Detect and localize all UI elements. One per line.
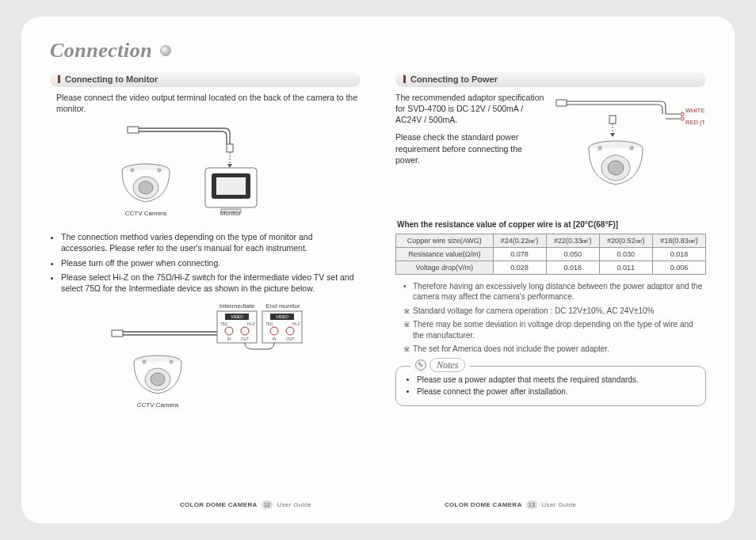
- footer-left: COLOR DOME CAMERA 12 User Guide: [180, 500, 311, 509]
- svg-marker-42: [610, 133, 615, 137]
- page-title-row: Connection: [50, 39, 706, 63]
- svg-text:OUT: OUT: [241, 337, 250, 341]
- svg-text:IN: IN: [227, 337, 231, 341]
- wire-resistance-table: Copper wire size(AWG) #24(0.22㎟) #22(0.3…: [395, 234, 706, 275]
- notes-label-text: Notes: [430, 358, 465, 372]
- heading-monitor-text: Connecting to Monitor: [65, 74, 158, 84]
- notes-box: ✎ Notes Please use a power adapter that …: [395, 366, 706, 406]
- title-bullet-icon: [160, 45, 171, 56]
- svg-point-34: [151, 373, 165, 386]
- cell: 0.028: [493, 260, 546, 274]
- footer-guide-left: User Guide: [277, 501, 311, 508]
- svg-text:75Ω: 75Ω: [265, 321, 273, 326]
- section-heading-power: Connecting to Power: [395, 72, 706, 87]
- svg-text:75Ω: 75Ω: [220, 321, 228, 326]
- svg-text:OUT: OUT: [286, 337, 295, 341]
- table-row: Voltage drop(V/m) 0.028 0.018 0.011 0.00…: [396, 260, 706, 274]
- star-note-1: Standard voltage for camera operation : …: [403, 306, 706, 317]
- heading-accent-icon: [58, 75, 60, 83]
- svg-rect-13: [112, 330, 123, 337]
- fig2-camera-label: CCTV Camera: [137, 401, 179, 409]
- notes-label: ✎ Notes: [410, 358, 470, 372]
- post-table-bullet: Therefore having an excessively long dis…: [403, 281, 706, 302]
- footer-product-right: COLOR DOME CAMERA: [445, 501, 522, 508]
- fig1-camera-label: CCTV Camera: [125, 210, 167, 217]
- svg-point-39: [681, 117, 684, 120]
- fig1-monitor-label: Monitor: [220, 210, 242, 217]
- svg-rect-37: [556, 100, 567, 106]
- th-awg: Copper wire size(AWG): [396, 234, 494, 247]
- page-title: Connection: [50, 39, 152, 63]
- notes-item-2: Please connect the power after installat…: [417, 386, 696, 397]
- notes-icon: ✎: [415, 359, 426, 371]
- svg-point-35: [143, 360, 146, 363]
- svg-point-46: [598, 146, 601, 150]
- cell: 0.078: [493, 247, 546, 260]
- heading-power-text: Connecting to Power: [410, 74, 498, 84]
- svg-text:IN: IN: [273, 337, 277, 341]
- page-number-right: 13: [526, 500, 537, 509]
- row-resistance-label: Resistance value(Ω/m): [396, 247, 494, 260]
- svg-text:VIDEO: VIDEO: [276, 314, 288, 319]
- power-intro-2: Please check the standard power requirem…: [395, 131, 548, 165]
- content-columns: Connecting to Monitor Please connect the…: [50, 72, 706, 508]
- row-voltage-label: Voltage drop(V/m): [396, 260, 494, 274]
- svg-point-6: [139, 181, 153, 194]
- th-20: #20(0.52㎟): [599, 234, 652, 247]
- monitor-bullet-list: The connection method varies depending o…: [61, 231, 361, 294]
- table-row: Resistance value(Ω/m) 0.078 0.050 0.030 …: [396, 247, 706, 260]
- left-column: Connecting to Monitor Please connect the…: [50, 72, 361, 508]
- svg-text:Hi-Z: Hi-Z: [247, 321, 254, 326]
- svg-point-17: [225, 327, 233, 335]
- figure-camera-to-intermediate: Intermediate End monitor VIDEO 75Ω H: [50, 300, 361, 419]
- svg-point-8: [158, 169, 161, 172]
- th-24: #24(0.22㎟): [493, 234, 546, 247]
- svg-text:VIDEO: VIDEO: [231, 314, 243, 319]
- cell: 0.050: [546, 247, 599, 260]
- footer-right: COLOR DOME CAMERA 13 User Guide: [445, 500, 576, 509]
- cell: 0.006: [652, 260, 705, 274]
- monitor-bullet-1: The connection method varies depending o…: [61, 231, 361, 253]
- svg-rect-40: [609, 116, 616, 124]
- svg-text:Hi-Z: Hi-Z: [292, 321, 300, 326]
- svg-point-27: [286, 327, 294, 335]
- cell: 0.018: [652, 247, 705, 260]
- page-number-left: 12: [262, 500, 273, 509]
- monitor-bullet-3: Please select Hi-Z on the 75Ω/Hi-Z switc…: [61, 272, 361, 294]
- svg-point-45: [608, 161, 624, 175]
- svg-point-38: [681, 112, 684, 116]
- cell: 0.030: [599, 247, 652, 260]
- notes-item-1: Please use a power adapter that meets th…: [417, 375, 696, 386]
- star-note-3: The set for America does not include the…: [403, 344, 706, 355]
- cell: 0.011: [599, 260, 652, 274]
- svg-rect-0: [128, 127, 139, 133]
- footer-guide-right: User Guide: [542, 501, 576, 508]
- footer-product-left: COLOR DOME CAMERA: [180, 501, 258, 508]
- fig2-endmonitor-label: End monitor: [265, 302, 300, 310]
- monitor-intro-text: Please connect the video output terminal…: [56, 92, 361, 114]
- monitor-bullet-2: Please turn off the power when connectin…: [61, 257, 361, 268]
- svg-marker-3: [227, 164, 232, 168]
- cell: 0.018: [546, 260, 599, 274]
- manual-page: Connection Connecting to Monitor Please …: [21, 17, 735, 523]
- figure-camera-power: WHITE (TRX−) RED (TRX+): [554, 92, 706, 213]
- svg-point-7: [131, 169, 134, 172]
- svg-rect-11: [216, 177, 246, 195]
- star-note-2: There may be some deviation in voltage d…: [403, 319, 706, 340]
- table-caption: When the resistance value of copper wire…: [397, 219, 706, 230]
- section-heading-monitor: Connecting to Monitor: [50, 72, 361, 87]
- wire-red-label: RED (TRX+): [685, 119, 704, 126]
- power-intro-1: The recommended adaptor specification fo…: [395, 92, 548, 126]
- svg-point-26: [270, 327, 278, 335]
- right-column: Connecting to Power The recommended adap…: [395, 72, 706, 508]
- fig2-intermediate-label: Intermediate: [220, 302, 255, 310]
- wire-white-label: WHITE (TRX−): [685, 107, 704, 114]
- power-intro-row: The recommended adaptor specification fo…: [395, 92, 706, 213]
- power-notes-list: Therefore having an excessively long dis…: [403, 281, 706, 355]
- th-18: #18(0.83㎟): [652, 234, 705, 247]
- heading-accent-icon: [403, 75, 406, 83]
- svg-point-47: [630, 146, 633, 150]
- table-header-row: Copper wire size(AWG) #24(0.22㎟) #22(0.3…: [396, 234, 706, 247]
- svg-rect-1: [227, 144, 233, 152]
- svg-point-36: [170, 360, 173, 363]
